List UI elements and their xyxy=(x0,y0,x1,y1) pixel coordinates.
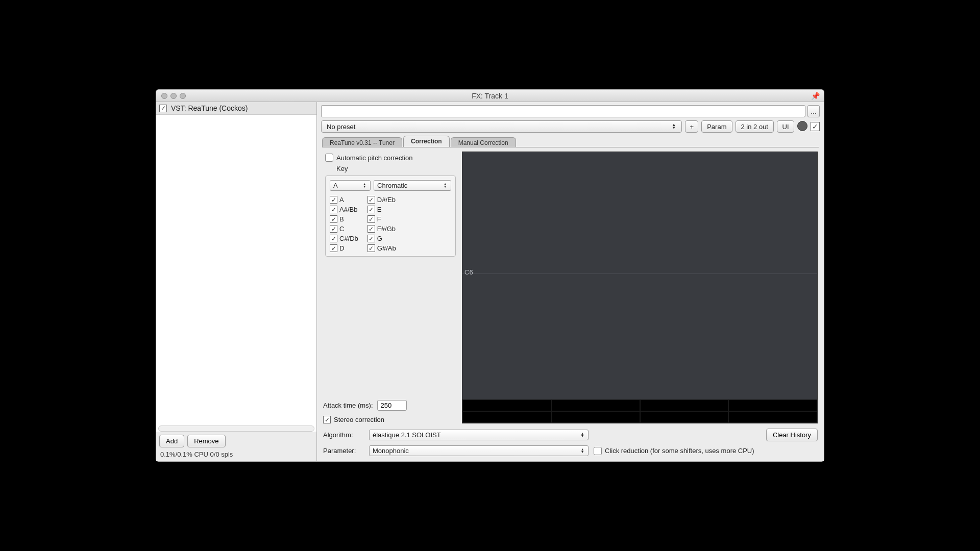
tab-correction[interactable]: Correction xyxy=(403,136,450,147)
correction-controls: Automatic pitch correction Key A Chromat… xyxy=(323,152,458,423)
auto-pitch-checkbox[interactable] xyxy=(325,154,333,162)
note-label: D xyxy=(339,244,344,252)
note-label: C#/Db xyxy=(339,235,358,242)
add-fx-button[interactable]: Add xyxy=(159,435,184,447)
note-checkbox[interactable] xyxy=(330,235,337,242)
display-note-label: C6 xyxy=(464,268,473,276)
preset-label: No preset xyxy=(327,123,355,131)
stepper-icon xyxy=(580,448,585,453)
algorithm-label: Algorithm: xyxy=(323,431,364,439)
note-checkbox-row: F#/Gb xyxy=(368,225,396,233)
note-checkbox-row: C xyxy=(330,225,358,233)
note-checkbox[interactable] xyxy=(330,206,337,213)
note-label: G#/Ab xyxy=(377,244,396,252)
note-checkbox-row: A#/Bb xyxy=(330,206,358,213)
note-checkbox[interactable] xyxy=(368,235,375,242)
fx-window: FX: Track 1 📌 VST: ReaTune (Cockos) Add … xyxy=(156,89,824,462)
note-label: D#/Eb xyxy=(377,196,396,204)
note-checkbox-row: C#/Db xyxy=(330,235,358,242)
note-checkbox[interactable] xyxy=(330,225,337,233)
stereo-checkbox[interactable] xyxy=(323,416,331,423)
note-checkbox-row: E xyxy=(368,206,396,213)
wet-knob[interactable] xyxy=(797,121,807,131)
ui-button[interactable]: UI xyxy=(777,120,794,133)
add-preset-button[interactable]: + xyxy=(685,120,698,133)
stepper-icon xyxy=(362,183,367,188)
display-gridline xyxy=(462,273,817,274)
tab-manual[interactable]: Manual Correction xyxy=(451,137,516,147)
note-checkbox[interactable] xyxy=(368,196,375,204)
note-checkbox[interactable] xyxy=(368,225,375,233)
note-label: F#/Gb xyxy=(377,225,396,233)
note-checkbox-row: D#/Eb xyxy=(368,196,396,204)
fx-sidebar: VST: ReaTune (Cockos) Add Remove 0.1%/0.… xyxy=(156,102,317,461)
sidebar-scrollbar[interactable] xyxy=(158,425,314,432)
note-checkbox-row: F xyxy=(368,215,396,223)
note-checkbox[interactable] xyxy=(368,244,375,252)
note-checkbox-row: D xyxy=(330,244,358,252)
preset-select[interactable]: No preset xyxy=(321,120,682,133)
stereo-label: Stereo correction xyxy=(334,416,384,423)
display-footer-grid xyxy=(462,399,817,423)
note-checkbox-row: G#/Ab xyxy=(368,244,396,252)
note-checkbox-row: G xyxy=(368,235,396,242)
note-label: B xyxy=(339,215,344,223)
note-checkbox-row: A xyxy=(330,196,358,204)
note-checkbox[interactable] xyxy=(368,206,375,213)
cpu-status: 0.1%/0.1% CPU 0/0 spls xyxy=(159,450,313,458)
tab-bar: ReaTune v0.31 -- Tuner Correction Manual… xyxy=(317,136,824,147)
fx-list-item[interactable]: VST: ReaTune (Cockos) xyxy=(156,102,316,115)
bypass-checkbox[interactable] xyxy=(811,122,820,131)
remove-fx-button[interactable]: Remove xyxy=(187,435,225,447)
io-button[interactable]: 2 in 2 out xyxy=(736,120,774,133)
pitch-display: C6 xyxy=(462,152,818,423)
auto-pitch-label: Automatic pitch correction xyxy=(336,154,413,162)
stepper-icon xyxy=(671,123,676,130)
titlebar: FX: Track 1 📌 xyxy=(156,90,824,102)
fx-list-area[interactable] xyxy=(156,115,316,425)
note-label: E xyxy=(377,206,382,213)
note-label: A xyxy=(339,196,344,204)
param-button[interactable]: Param xyxy=(701,120,732,133)
tab-tuner[interactable]: ReaTune v0.31 -- Tuner xyxy=(322,137,402,147)
attack-label: Attack time (ms): xyxy=(323,402,373,409)
stepper-icon xyxy=(443,183,448,188)
clear-history-button[interactable]: Clear History xyxy=(766,429,818,441)
main-panel: ... No preset + Param 2 in 2 out UI ReaT… xyxy=(317,102,824,461)
note-checkbox[interactable] xyxy=(330,196,337,204)
note-label: A#/Bb xyxy=(339,206,357,213)
fx-title-input[interactable] xyxy=(321,105,805,117)
click-reduction-checkbox[interactable] xyxy=(594,447,602,455)
click-reduction-label: Click reduction (for some shifters, uses… xyxy=(605,447,754,455)
key-root-select[interactable]: A xyxy=(330,180,371,191)
pin-icon[interactable]: 📌 xyxy=(811,92,820,100)
window-title: FX: Track 1 xyxy=(156,92,824,100)
attack-input[interactable] xyxy=(377,400,407,411)
parameter-select[interactable]: Monophonic xyxy=(369,445,589,456)
fx-name: VST: ReaTune (Cockos) xyxy=(171,104,248,112)
note-checkbox[interactable] xyxy=(368,215,375,223)
note-checkbox-row: B xyxy=(330,215,358,223)
note-checkbox[interactable] xyxy=(330,244,337,252)
fx-more-button[interactable]: ... xyxy=(807,105,820,117)
stepper-icon xyxy=(580,432,585,437)
algorithm-select[interactable]: élastique 2.1 SOLOIST xyxy=(369,430,589,440)
note-checkbox[interactable] xyxy=(330,215,337,223)
fx-enable-checkbox[interactable] xyxy=(159,105,167,112)
note-label: G xyxy=(377,235,382,242)
note-label: C xyxy=(339,225,344,233)
parameter-label: Parameter: xyxy=(323,447,364,455)
key-label: Key xyxy=(323,165,458,172)
key-scale-select[interactable]: Chromatic xyxy=(374,180,451,191)
note-label: F xyxy=(377,215,381,223)
